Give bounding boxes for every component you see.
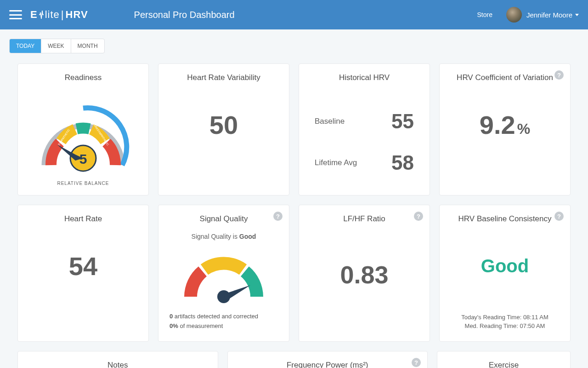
app-header: E lite | HRV Personal Pro Dashboard Stor…	[0, 0, 588, 29]
signal-quality-card: Signal Quality ? Signal Quality is Good …	[158, 205, 289, 342]
chevron-down-icon	[575, 14, 579, 16]
hist-value: 55	[391, 110, 414, 133]
cards-grid-row1: Readiness 5 SYMPATHETIC PARASYMPATHETIC	[9, 63, 579, 196]
user-menu[interactable]: Jennifer Moore	[506, 7, 579, 23]
lfhf-card: LF/HF Ratio ? 0.83	[299, 205, 430, 342]
signal-gauge	[167, 248, 281, 304]
logo-prefix: E	[30, 9, 38, 21]
hrv-value: 50	[167, 110, 281, 140]
cov-card: HRV Coefficient of Variation ? 9.2%	[439, 63, 571, 196]
card-title: HRV Coefficient of Variation	[448, 73, 562, 82]
logo-mid: lite	[45, 9, 60, 21]
readiness-gauge: 5 SYMPATHETIC PARASYMPATHETIC RELATIVE B…	[26, 101, 140, 186]
card-title: HRV Baseline Consistency	[448, 214, 562, 224]
exercise-card: Exercise	[437, 351, 571, 368]
cards-grid-row3: Notes Frequency Power (ms²) ? Exercise	[9, 351, 579, 368]
card-title: Heart Rate Variability	[167, 73, 281, 82]
help-icon[interactable]: ?	[412, 358, 421, 367]
tab-month[interactable]: MONTH	[71, 39, 104, 53]
hr-value: 54	[26, 251, 140, 281]
help-icon[interactable]: ?	[554, 70, 564, 80]
hist-label: Lifetime Avg	[315, 158, 357, 167]
help-icon[interactable]: ?	[554, 212, 564, 221]
logo-pulse-icon	[39, 9, 44, 21]
notes-card: Notes	[17, 351, 218, 368]
signal-quality-text: Signal Quality is Good	[167, 233, 281, 240]
tab-week[interactable]: WEEK	[41, 39, 71, 53]
tab-today[interactable]: TODAY	[10, 39, 41, 53]
card-title: LF/HF Ratio	[307, 214, 421, 224]
content-area: TODAY WEEK MONTH Readiness 5 SYMPA	[0, 29, 588, 368]
logo[interactable]: E lite | HRV	[30, 9, 88, 21]
frequency-power-card: Frequency Power (ms²) ?	[227, 351, 428, 368]
historical-hrv-card: Historical HRV Baseline 55 Lifetime Avg …	[299, 63, 430, 196]
card-title: Frequency Power (ms²)	[236, 361, 419, 368]
logo-suffix: HRV	[66, 9, 88, 21]
help-icon[interactable]: ?	[273, 212, 283, 221]
hrv-card: Heart Rate Variability 50	[158, 63, 289, 196]
historical-row-lifetime: Lifetime Avg 58	[307, 142, 421, 184]
lfhf-value: 0.83	[307, 260, 421, 289]
store-link[interactable]: Store	[477, 11, 492, 18]
time-range-tabs: TODAY WEEK MONTH	[9, 39, 105, 53]
cov-value: 9.2%	[448, 110, 562, 140]
menu-icon[interactable]	[9, 10, 22, 19]
hist-value: 58	[391, 151, 414, 174]
card-title: Exercise	[446, 361, 562, 368]
signal-artifacts: 0 artifacts detected and corrected 0% of…	[170, 313, 281, 329]
card-title: Historical HRV	[307, 73, 421, 82]
card-title: Notes	[26, 361, 209, 368]
readiness-card: Readiness 5 SYMPATHETIC PARASYMPATHETIC	[17, 63, 149, 196]
avatar	[506, 7, 522, 23]
baseline-consistency-card: HRV Baseline Consistency ? Good Today's …	[439, 205, 571, 342]
card-title: Signal Quality	[167, 214, 281, 224]
card-title: Readiness	[26, 73, 140, 82]
help-icon[interactable]: ?	[414, 212, 423, 221]
hist-label: Baseline	[315, 117, 345, 126]
reading-times: Today's Reading Time: 08:11 AM Med. Read…	[440, 314, 570, 331]
cards-grid-row2: Heart Rate 54 Signal Quality ? Signal Qu…	[9, 205, 579, 342]
card-title: Heart Rate	[26, 214, 140, 224]
page-title: Personal Pro Dashboard	[134, 10, 235, 20]
baseline-status: Good	[448, 256, 562, 276]
historical-row-baseline: Baseline 55	[307, 101, 421, 142]
heart-rate-card: Heart Rate 54	[17, 205, 149, 342]
gauge-caption: RELATIVE BALANCE	[57, 181, 109, 186]
username: Jennifer Moore	[526, 11, 572, 19]
